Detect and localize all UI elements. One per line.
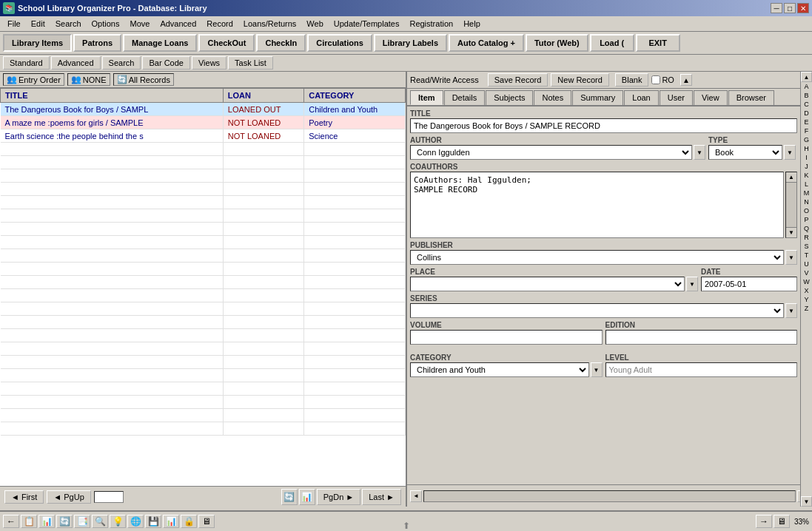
- views-button[interactable]: Views: [192, 56, 227, 70]
- alpha-y[interactable]: Y: [802, 295, 812, 304]
- tab-summary[interactable]: Summary: [572, 90, 623, 105]
- alpha-o[interactable]: O: [802, 206, 812, 215]
- place-dropdown-btn[interactable]: ▼: [686, 277, 698, 291]
- exit-button[interactable]: EXIT: [636, 34, 680, 52]
- table-row[interactable]: The Dangerous Book for Boys / SAMPL LOAN…: [1, 103, 406, 116]
- tab-notes[interactable]: Notes: [534, 90, 571, 105]
- ro-checkbox[interactable]: [651, 75, 660, 84]
- coauthors-scroll-down[interactable]: ▼: [786, 227, 796, 237]
- status-icon-search[interactable]: 🔍: [92, 515, 108, 528]
- alpha-g[interactable]: G: [802, 135, 812, 144]
- refresh-icon[interactable]: 🔄: [281, 489, 298, 505]
- alpha-z[interactable]: Z: [802, 304, 812, 313]
- category-select[interactable]: Children and Youth: [410, 362, 589, 377]
- maximize-button[interactable]: □: [784, 3, 796, 13]
- minimize-button[interactable]: ─: [771, 3, 782, 13]
- alpha-t[interactable]: T: [802, 251, 812, 260]
- alpha-d[interactable]: D: [802, 109, 812, 118]
- scroll-left-btn[interactable]: ◄: [410, 490, 422, 502]
- barcode-button[interactable]: Bar Code: [142, 56, 189, 70]
- status-icon-grid[interactable]: 📊: [163, 515, 179, 528]
- table-row[interactable]: Earth science :the people behind the s N…: [1, 129, 406, 143]
- place-select[interactable]: [410, 277, 685, 291]
- tab-subjects[interactable]: Subjects: [486, 90, 533, 105]
- alpha-l[interactable]: L: [802, 180, 812, 189]
- publisher-select[interactable]: Collins: [410, 250, 784, 265]
- blank-button[interactable]: Blank: [615, 73, 649, 87]
- alpha-i[interactable]: I: [802, 153, 812, 162]
- menu-help[interactable]: Help: [459, 18, 485, 30]
- menu-options[interactable]: Options: [87, 18, 124, 30]
- library-items-button[interactable]: Library Items: [3, 34, 72, 52]
- last-button[interactable]: Last ►: [362, 489, 401, 505]
- menu-loans[interactable]: Loans/Returns: [239, 18, 301, 30]
- advanced-button[interactable]: Advanced: [51, 56, 101, 70]
- checkin-button[interactable]: CheckIn: [256, 34, 306, 52]
- category-column-header[interactable]: CATEGORY: [304, 89, 406, 103]
- new-record-button[interactable]: New Record: [551, 73, 609, 87]
- alpha-m[interactable]: M: [802, 189, 812, 197]
- tab-details[interactable]: Details: [444, 90, 486, 105]
- tab-item[interactable]: Item: [410, 90, 443, 105]
- table-row[interactable]: A maze me :poems for girls / SAMPLE NOT …: [1, 116, 406, 129]
- alpha-v[interactable]: V: [802, 268, 812, 277]
- alpha-j[interactable]: J: [802, 162, 812, 171]
- alpha-k[interactable]: K: [802, 171, 812, 180]
- tab-browser[interactable]: Browser: [728, 90, 774, 105]
- author-select[interactable]: Conn Iggulden: [410, 145, 692, 160]
- auto-catalog-button[interactable]: Auto Catalog +: [449, 34, 524, 52]
- status-icon-stats[interactable]: 📊: [38, 515, 55, 528]
- menu-edit[interactable]: Edit: [27, 18, 50, 30]
- type-select[interactable]: Book: [708, 145, 782, 160]
- page-number-input[interactable]: [94, 491, 124, 503]
- checkout-button[interactable]: CheckOut: [198, 34, 255, 52]
- library-labels-button[interactable]: Library Labels: [374, 34, 447, 52]
- date-input[interactable]: [701, 277, 797, 291]
- coauthors-scroll-up[interactable]: ▲: [786, 172, 796, 183]
- menu-move[interactable]: Move: [125, 18, 154, 30]
- first-button[interactable]: ◄ First: [4, 490, 44, 504]
- status-icon-nav-left[interactable]: ←: [3, 515, 19, 528]
- menu-update[interactable]: Update/Templates: [329, 18, 404, 30]
- alpha-w[interactable]: W: [802, 277, 812, 286]
- alpha-q[interactable]: Q: [802, 224, 812, 233]
- horizontal-scrollbar[interactable]: [423, 490, 796, 502]
- load-button[interactable]: Load (: [590, 34, 634, 52]
- status-icon-lock[interactable]: 🔒: [181, 515, 197, 528]
- menu-advanced[interactable]: Advanced: [155, 18, 201, 30]
- menu-search[interactable]: Search: [51, 18, 86, 30]
- loan-column-header[interactable]: LOAN: [223, 89, 303, 103]
- publisher-dropdown-btn[interactable]: ▼: [785, 250, 797, 265]
- alpha-s[interactable]: S: [802, 242, 812, 251]
- status-icon-monitor[interactable]: 🖥: [198, 515, 215, 528]
- search-button[interactable]: Search: [102, 56, 141, 70]
- alpha-r[interactable]: R: [802, 233, 812, 242]
- menu-registration[interactable]: Registration: [405, 18, 457, 30]
- manage-loans-button[interactable]: Manage Loans: [123, 34, 197, 52]
- title-input[interactable]: [410, 118, 797, 133]
- status-icon-doc[interactable]: 📑: [74, 515, 90, 528]
- tab-view[interactable]: View: [694, 90, 728, 105]
- alpha-f[interactable]: F: [802, 126, 812, 135]
- close-button[interactable]: ✕: [797, 3, 809, 13]
- status-icon-save[interactable]: 💾: [145, 515, 161, 528]
- status-icon-refresh[interactable]: 🔄: [56, 515, 73, 528]
- menu-web[interactable]: Web: [302, 18, 327, 30]
- scroll-up-btn[interactable]: ▲: [680, 74, 692, 86]
- alpha-b[interactable]: B: [802, 91, 812, 100]
- grid-icon[interactable]: 📊: [299, 489, 315, 505]
- patrons-button[interactable]: Patrons: [73, 34, 121, 52]
- status-icon-light[interactable]: 💡: [110, 515, 126, 528]
- menu-file[interactable]: File: [3, 18, 25, 30]
- status-icon-right2[interactable]: 🖥: [774, 515, 790, 528]
- tab-user[interactable]: User: [660, 90, 693, 105]
- circulations-button[interactable]: Circulations: [307, 34, 372, 52]
- status-icon-web[interactable]: 🌐: [127, 515, 144, 528]
- alpha-n[interactable]: N: [802, 197, 812, 206]
- pgdn-button[interactable]: PgDn ►: [317, 489, 360, 505]
- task-list-button[interactable]: Task List: [228, 56, 273, 70]
- entry-order-selector[interactable]: 👥 Entry Order: [3, 73, 64, 86]
- status-icon-right1[interactable]: →: [756, 515, 772, 528]
- alpha-p[interactable]: P: [802, 215, 812, 224]
- alpha-u[interactable]: U: [802, 260, 812, 268]
